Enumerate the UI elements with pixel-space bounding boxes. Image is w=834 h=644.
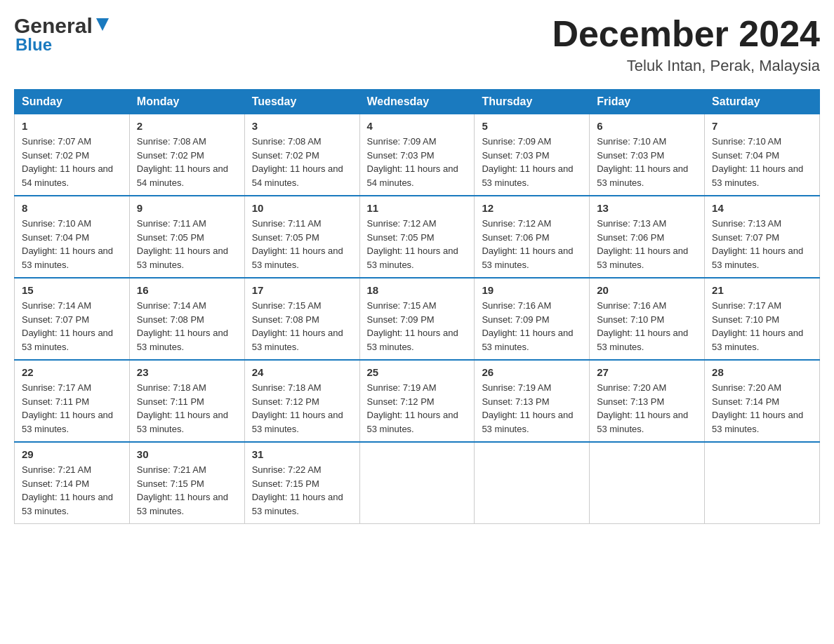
day-number: 12 (482, 202, 582, 214)
daylight-label: Daylight: 11 hours and 53 minutes. (137, 410, 228, 434)
sunrise-label: Sunrise: 7:18 AM (252, 382, 322, 393)
day-info: Sunrise: 7:19 AM Sunset: 7:12 PM Dayligh… (367, 381, 468, 436)
sunrise-label: Sunrise: 7:17 AM (22, 382, 91, 393)
sunrise-label: Sunrise: 7:15 AM (367, 300, 437, 311)
day-number: 6 (597, 120, 697, 132)
header-day-tuesday: Tuesday (244, 90, 359, 114)
day-info: Sunrise: 7:09 AM Sunset: 7:03 PM Dayligh… (367, 135, 468, 189)
daylight-label: Daylight: 11 hours and 53 minutes. (712, 328, 803, 352)
sunrise-label: Sunrise: 7:18 AM (137, 382, 206, 393)
day-cell (359, 442, 475, 524)
day-number: 3 (252, 120, 352, 132)
day-info: Sunrise: 7:08 AM Sunset: 7:02 PM Dayligh… (252, 135, 352, 189)
day-cell (590, 442, 705, 524)
day-number: 23 (137, 366, 237, 378)
day-cell: 1 Sunrise: 7:07 AM Sunset: 7:02 PM Dayli… (15, 114, 130, 196)
sunrise-label: Sunrise: 7:19 AM (482, 382, 551, 393)
title-block: December 2024 Teluk Intan, Perak, Malays… (552, 14, 820, 75)
day-number: 29 (22, 448, 122, 460)
day-info: Sunrise: 7:07 AM Sunset: 7:02 PM Dayligh… (22, 135, 122, 189)
day-cell: 18 Sunrise: 7:15 AM Sunset: 7:09 PM Dayl… (359, 278, 475, 360)
day-number: 9 (137, 202, 237, 214)
daylight-label: Daylight: 11 hours and 54 minutes. (137, 163, 228, 188)
header-day-sunday: Sunday (15, 90, 130, 114)
day-number: 8 (22, 202, 122, 214)
daylight-label: Daylight: 11 hours and 53 minutes. (22, 410, 113, 434)
daylight-label: Daylight: 11 hours and 53 minutes. (22, 328, 113, 352)
sunrise-label: Sunrise: 7:11 AM (252, 218, 322, 229)
daylight-label: Daylight: 11 hours and 53 minutes. (712, 410, 803, 434)
sunset-label: Sunset: 7:03 PM (482, 150, 549, 161)
day-number: 22 (22, 366, 122, 378)
sunrise-label: Sunrise: 7:08 AM (252, 136, 322, 147)
sunset-label: Sunset: 7:09 PM (482, 314, 549, 325)
sunset-label: Sunset: 7:03 PM (367, 150, 435, 161)
day-number: 25 (367, 366, 468, 378)
day-number: 19 (482, 284, 582, 296)
calendar-table: SundayMondayTuesdayWednesdayThursdayFrid… (14, 89, 820, 524)
day-info: Sunrise: 7:10 AM Sunset: 7:04 PM Dayligh… (712, 135, 812, 189)
day-cell: 4 Sunrise: 7:09 AM Sunset: 7:03 PM Dayli… (359, 114, 475, 196)
day-info: Sunrise: 7:16 AM Sunset: 7:10 PM Dayligh… (597, 299, 697, 354)
day-cell: 23 Sunrise: 7:18 AM Sunset: 7:11 PM Dayl… (129, 360, 244, 442)
day-cell: 31 Sunrise: 7:22 AM Sunset: 7:15 PM Dayl… (244, 442, 359, 524)
sunrise-label: Sunrise: 7:22 AM (252, 464, 322, 475)
sunset-label: Sunset: 7:15 PM (252, 478, 319, 489)
day-cell: 6 Sunrise: 7:10 AM Sunset: 7:03 PM Dayli… (590, 114, 705, 196)
day-cell: 22 Sunrise: 7:17 AM Sunset: 7:11 PM Dayl… (15, 360, 130, 442)
daylight-label: Daylight: 11 hours and 53 minutes. (597, 328, 688, 352)
day-cell: 2 Sunrise: 7:08 AM Sunset: 7:02 PM Dayli… (129, 114, 244, 196)
day-info: Sunrise: 7:12 AM Sunset: 7:05 PM Dayligh… (367, 217, 468, 271)
daylight-label: Daylight: 11 hours and 53 minutes. (482, 410, 573, 434)
month-title: December 2024 (552, 14, 820, 54)
sunrise-label: Sunrise: 7:14 AM (137, 300, 206, 311)
sunrise-label: Sunrise: 7:16 AM (482, 300, 551, 311)
daylight-label: Daylight: 11 hours and 53 minutes. (367, 328, 458, 352)
day-number: 18 (367, 284, 468, 296)
sunrise-label: Sunrise: 7:10 AM (712, 136, 781, 147)
day-number: 20 (597, 284, 697, 296)
day-info: Sunrise: 7:13 AM Sunset: 7:06 PM Dayligh… (597, 217, 697, 271)
sunset-label: Sunset: 7:13 PM (597, 396, 664, 407)
daylight-label: Daylight: 11 hours and 53 minutes. (137, 246, 228, 270)
day-info: Sunrise: 7:14 AM Sunset: 7:08 PM Dayligh… (137, 299, 237, 354)
day-cell: 19 Sunrise: 7:16 AM Sunset: 7:09 PM Dayl… (475, 278, 590, 360)
daylight-label: Daylight: 11 hours and 54 minutes. (367, 163, 458, 188)
day-cell: 16 Sunrise: 7:14 AM Sunset: 7:08 PM Dayl… (129, 278, 244, 360)
sunset-label: Sunset: 7:08 PM (252, 314, 319, 325)
sunset-label: Sunset: 7:07 PM (712, 232, 779, 243)
sunset-label: Sunset: 7:06 PM (597, 232, 664, 243)
week-row-5: 29 Sunrise: 7:21 AM Sunset: 7:14 PM Dayl… (15, 442, 820, 524)
daylight-label: Daylight: 11 hours and 53 minutes. (482, 328, 573, 352)
daylight-label: Daylight: 11 hours and 53 minutes. (712, 246, 803, 270)
day-info: Sunrise: 7:10 AM Sunset: 7:03 PM Dayligh… (597, 135, 697, 189)
day-number: 1 (22, 120, 122, 132)
day-info: Sunrise: 7:21 AM Sunset: 7:15 PM Dayligh… (137, 463, 237, 518)
day-info: Sunrise: 7:11 AM Sunset: 7:05 PM Dayligh… (137, 217, 237, 271)
sunrise-label: Sunrise: 7:20 AM (712, 382, 781, 393)
header-day-saturday: Saturday (705, 90, 820, 114)
day-cell: 29 Sunrise: 7:21 AM Sunset: 7:14 PM Dayl… (15, 442, 130, 524)
day-number: 11 (367, 202, 468, 214)
day-info: Sunrise: 7:20 AM Sunset: 7:13 PM Dayligh… (597, 381, 697, 436)
day-info: Sunrise: 7:21 AM Sunset: 7:14 PM Dayligh… (22, 463, 122, 518)
daylight-label: Daylight: 11 hours and 53 minutes. (252, 246, 343, 270)
sunrise-label: Sunrise: 7:07 AM (22, 136, 91, 147)
sunrise-label: Sunrise: 7:20 AM (597, 382, 666, 393)
day-number: 15 (22, 284, 122, 296)
header-day-wednesday: Wednesday (359, 90, 475, 114)
sunset-label: Sunset: 7:03 PM (597, 150, 664, 161)
logo: General Blue (14, 14, 109, 55)
day-number: 16 (137, 284, 237, 296)
page-header: General Blue December 2024 Teluk Intan, … (14, 14, 820, 75)
sunrise-label: Sunrise: 7:09 AM (367, 136, 437, 147)
day-cell (705, 442, 820, 524)
day-info: Sunrise: 7:15 AM Sunset: 7:09 PM Dayligh… (367, 299, 468, 354)
day-info: Sunrise: 7:18 AM Sunset: 7:12 PM Dayligh… (252, 381, 352, 436)
sunset-label: Sunset: 7:14 PM (22, 478, 89, 489)
day-cell: 30 Sunrise: 7:21 AM Sunset: 7:15 PM Dayl… (129, 442, 244, 524)
header-day-thursday: Thursday (475, 90, 590, 114)
day-cell: 26 Sunrise: 7:19 AM Sunset: 7:13 PM Dayl… (475, 360, 590, 442)
day-number: 5 (482, 120, 582, 132)
daylight-label: Daylight: 11 hours and 53 minutes. (482, 163, 573, 188)
